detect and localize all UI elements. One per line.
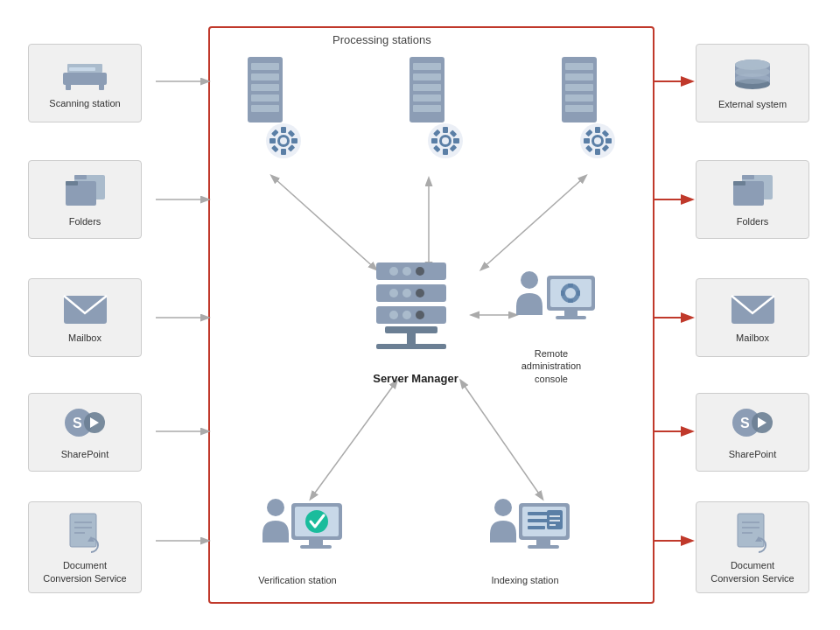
svg-rect-20 xyxy=(69,67,95,71)
svg-point-117 xyxy=(389,311,398,319)
svg-rect-68 xyxy=(270,138,276,144)
mailbox-left-node: Mailbox xyxy=(28,278,142,357)
svg-rect-120 xyxy=(385,326,438,333)
folders-left-label: Folders xyxy=(69,215,102,228)
server-manager-label: Server Manager xyxy=(373,372,458,385)
svg-point-140 xyxy=(494,499,512,516)
doc-conversion-left-icon xyxy=(63,510,107,554)
svg-rect-76 xyxy=(413,74,441,80)
svg-rect-43 xyxy=(742,175,754,179)
indexing-station-label: Indexing station xyxy=(491,575,558,585)
svg-point-65 xyxy=(280,137,287,144)
svg-rect-100 xyxy=(584,138,590,144)
svg-rect-133 xyxy=(577,290,580,296)
svg-rect-69 xyxy=(291,138,298,144)
svg-point-134 xyxy=(267,499,284,516)
svg-rect-93 xyxy=(565,74,593,80)
svg-rect-16 xyxy=(63,73,107,85)
svg-rect-62 xyxy=(251,105,279,112)
svg-rect-132 xyxy=(561,290,564,296)
doc-conversion-left-label: DocumentConversion Service xyxy=(43,559,126,584)
folders-right-node: Folders xyxy=(696,160,809,239)
svg-point-107 xyxy=(594,137,601,144)
svg-rect-51 xyxy=(738,514,764,547)
svg-rect-30 xyxy=(70,514,96,547)
svg-rect-84 xyxy=(453,138,459,144)
scanning-station-icon xyxy=(59,57,111,92)
processing-title: Processing stations xyxy=(332,33,431,46)
svg-rect-59 xyxy=(251,74,279,80)
svg-point-123 xyxy=(521,271,538,289)
external-system-label: External system xyxy=(718,98,787,110)
svg-point-118 xyxy=(402,311,411,319)
server-manager: Server Manager xyxy=(359,258,472,385)
doc-conversion-right-icon xyxy=(731,510,774,554)
svg-point-109 xyxy=(389,267,398,276)
svg-rect-96 xyxy=(565,105,593,112)
svg-point-41 xyxy=(735,74,770,84)
svg-point-115 xyxy=(416,289,424,298)
doc-conversion-right-label: DocumentConversion Service xyxy=(710,559,794,584)
folders-right-icon xyxy=(726,171,779,210)
svg-rect-147 xyxy=(528,526,545,529)
folders-right-label: Folders xyxy=(737,215,769,228)
verification-station-label: Verification station xyxy=(258,575,336,585)
svg-point-119 xyxy=(416,311,424,319)
sharepoint-right-icon: S xyxy=(729,403,777,443)
svg-rect-75 xyxy=(413,63,441,70)
svg-rect-130 xyxy=(568,284,573,287)
svg-rect-78 xyxy=(413,94,441,102)
svg-rect-45 xyxy=(733,181,746,186)
svg-rect-98 xyxy=(595,127,600,133)
scanning-station-node: Scanning station xyxy=(28,44,142,122)
diagram-container: Processing stations xyxy=(0,0,840,630)
svg-point-110 xyxy=(402,267,411,276)
svg-rect-61 xyxy=(251,94,279,102)
svg-rect-148 xyxy=(547,510,563,529)
mailbox-right-label: Mailbox xyxy=(736,332,769,344)
svg-rect-122 xyxy=(376,344,446,349)
svg-rect-121 xyxy=(407,333,416,344)
svg-point-90 xyxy=(442,137,449,144)
svg-rect-82 xyxy=(443,149,448,155)
doc-conversion-left-node: DocumentConversion Service xyxy=(28,501,142,593)
svg-rect-66 xyxy=(281,127,286,133)
folders-left-node: Folders xyxy=(28,160,142,239)
svg-rect-143 xyxy=(536,540,550,545)
svg-rect-24 xyxy=(66,181,78,186)
external-system-node: External system xyxy=(696,44,809,122)
svg-rect-83 xyxy=(431,138,438,144)
svg-rect-101 xyxy=(606,138,612,144)
svg-rect-127 xyxy=(556,316,586,319)
remote-admin-label: Remoteadministrationconsole xyxy=(522,347,581,385)
sharepoint-left-label: SharePoint xyxy=(61,448,108,460)
svg-rect-138 xyxy=(300,545,332,549)
mailbox-right-node: Mailbox xyxy=(696,278,809,357)
svg-rect-99 xyxy=(595,149,600,155)
svg-rect-94 xyxy=(565,84,593,91)
processing-station-left xyxy=(234,52,300,206)
svg-rect-19 xyxy=(99,83,104,90)
indexing-station: Indexing station xyxy=(477,494,573,585)
svg-text:S: S xyxy=(740,416,750,430)
external-system-icon xyxy=(731,56,774,93)
svg-rect-18 xyxy=(66,83,71,90)
svg-rect-58 xyxy=(251,63,279,70)
mailbox-right-icon xyxy=(729,291,777,326)
svg-rect-92 xyxy=(565,63,593,70)
svg-rect-126 xyxy=(564,311,578,316)
scanning-station-label: Scanning station xyxy=(49,97,120,109)
svg-rect-95 xyxy=(565,94,593,102)
svg-rect-144 xyxy=(528,545,559,549)
svg-point-139 xyxy=(305,510,328,533)
svg-rect-137 xyxy=(309,540,323,545)
sharepoint-right-node: S SharePoint xyxy=(696,393,809,472)
sharepoint-left-node: S SharePoint xyxy=(28,393,142,472)
mailbox-left-icon xyxy=(61,291,109,326)
svg-rect-81 xyxy=(443,127,448,133)
processing-station-right xyxy=(549,52,614,206)
remote-admin-console: Remoteadministrationconsole xyxy=(503,267,599,385)
svg-rect-67 xyxy=(281,149,286,155)
sharepoint-right-label: SharePoint xyxy=(729,448,776,460)
svg-point-129 xyxy=(565,288,576,298)
